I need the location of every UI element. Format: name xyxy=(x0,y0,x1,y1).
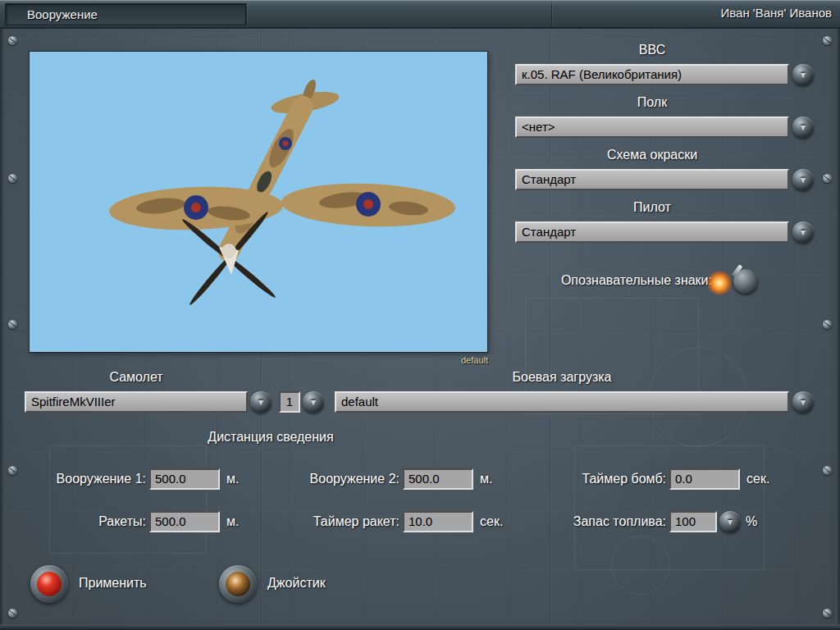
armament-screen: Вооружение Иван 'Ваня' Иванов xyxy=(0,0,840,630)
weapon1-label: Вооружение 1: xyxy=(25,472,146,486)
loadout-dropdown[interactable]: default xyxy=(335,391,789,413)
tab-armament-label: Вооружение xyxy=(6,4,245,25)
screw xyxy=(823,466,832,475)
paint-scheme-label: Схема окраски xyxy=(515,148,789,162)
screw xyxy=(8,609,17,618)
bomb-timer-unit: сек. xyxy=(746,472,769,486)
screw xyxy=(8,174,17,183)
aircraft-dropdown-button[interactable]: ▼ xyxy=(250,391,272,413)
rockets-unit: м. xyxy=(226,514,239,529)
rocket-timer-unit: сек. xyxy=(480,514,503,529)
screw xyxy=(823,609,832,618)
weapon1-unit: м. xyxy=(226,472,239,486)
panel-edge-right xyxy=(835,27,840,630)
aircraft-preview xyxy=(29,51,488,353)
skin-name: default xyxy=(29,355,488,365)
weapon2-unit: м. xyxy=(480,472,492,486)
joystick-button-label: Джойстик xyxy=(267,576,326,591)
dropdown-arrow-icon: ▼ xyxy=(799,71,808,80)
dropdown-arrow-icon: ▼ xyxy=(799,228,808,237)
fuel-field[interactable]: 100 xyxy=(669,511,717,532)
joystick-button[interactable] xyxy=(219,565,257,603)
toggle-knob-icon[interactable] xyxy=(733,269,758,294)
dropdown-arrow-icon: ▼ xyxy=(799,123,808,132)
variant-field[interactable]: 1 xyxy=(279,391,300,413)
air-force-label: ВВС xyxy=(515,43,789,57)
convergence-title: Дистанция сведения xyxy=(148,430,394,445)
rockets-field[interactable]: 500.0 xyxy=(149,511,220,532)
apply-button-icon xyxy=(37,572,62,596)
fuel-unit: % xyxy=(746,514,757,529)
markings-toggle[interactable] xyxy=(705,266,765,300)
indicator-glow-icon xyxy=(707,271,732,295)
player-name: Иван 'Ваня' Иванов xyxy=(720,6,832,20)
rocket-timer-label: Таймер ракет: xyxy=(278,514,399,529)
regiment-dropdown[interactable]: <нет> xyxy=(515,116,789,138)
dropdown-arrow-icon: ▼ xyxy=(726,518,735,527)
weapon1-field[interactable]: 500.0 xyxy=(149,468,220,490)
apply-button[interactable] xyxy=(30,565,68,603)
screw xyxy=(823,320,832,329)
screw xyxy=(8,36,17,45)
variant-dropdown-button[interactable]: ▼ xyxy=(303,391,324,413)
dropdown-arrow-icon: ▼ xyxy=(257,398,266,407)
dropdown-arrow-icon: ▼ xyxy=(309,398,318,407)
topbar-seam xyxy=(551,2,552,25)
air-force-dropdown-button[interactable]: ▼ xyxy=(792,64,814,85)
pilot-dropdown[interactable]: Стандарт xyxy=(515,221,789,243)
screw xyxy=(8,466,17,475)
apply-button-label: Применить xyxy=(79,576,147,591)
joystick-button-icon xyxy=(226,572,250,596)
aircraft-image xyxy=(30,52,487,352)
markings-label: Опознавательные знаки: xyxy=(459,273,712,288)
aircraft-dropdown[interactable]: SpitfireMkVIIIer xyxy=(25,391,248,413)
fuel-label: Запас топлива: xyxy=(545,514,666,529)
screw xyxy=(8,320,17,329)
weapon2-field[interactable]: 500.0 xyxy=(403,468,473,490)
pilot-dropdown-button[interactable]: ▼ xyxy=(792,221,814,243)
pilot-label: Пилот xyxy=(515,200,789,215)
aircraft-label: Самолет xyxy=(25,370,248,385)
bomb-timer-field[interactable]: 0.0 xyxy=(669,468,740,490)
paint-scheme-dropdown[interactable]: Стандарт xyxy=(515,169,789,190)
topbar-seam xyxy=(246,2,247,25)
dropdown-arrow-icon: ▼ xyxy=(799,398,808,407)
screw xyxy=(823,174,832,183)
panel-edge-left xyxy=(0,27,5,630)
tab-armament[interactable]: Вооружение xyxy=(5,3,246,25)
panel-edge-bottom xyxy=(0,624,840,630)
loadout-dropdown-button[interactable]: ▼ xyxy=(792,391,814,413)
rocket-timer-field[interactable]: 10.0 xyxy=(403,511,473,532)
air-force-dropdown[interactable]: к.05. RAF (Великобритания) xyxy=(515,64,789,85)
loadout-label: Боевая загрузка xyxy=(335,370,789,385)
regiment-label: Полк xyxy=(515,95,789,110)
bomb-timer-label: Таймер бомб: xyxy=(545,472,666,486)
fuel-dropdown-button[interactable]: ▼ xyxy=(719,511,741,532)
dropdown-arrow-icon: ▼ xyxy=(799,176,808,185)
paint-scheme-dropdown-button[interactable]: ▼ xyxy=(792,169,814,190)
top-bar: Вооружение Иван 'Ваня' Иванов xyxy=(0,0,840,29)
regiment-dropdown-button[interactable]: ▼ xyxy=(792,116,814,138)
weapon2-label: Вооружение 2: xyxy=(278,472,399,486)
screw xyxy=(823,36,832,45)
rockets-label: Ракеты: xyxy=(25,514,146,529)
